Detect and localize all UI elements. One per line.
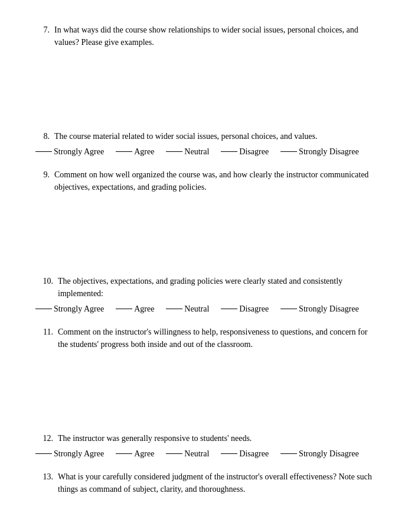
q8-option-disagree[interactable]: Disagree xyxy=(221,147,269,157)
q10-number: 10. xyxy=(35,275,53,300)
q11-number: 11. xyxy=(35,326,53,351)
q8-number: 8. xyxy=(35,130,50,142)
q9-text: Comment on how well organized the course… xyxy=(54,168,376,193)
q12-line-strongly-disagree xyxy=(280,453,297,454)
q7-response-space xyxy=(35,53,376,118)
question-13: 13. What is your carefully considered ju… xyxy=(35,471,376,532)
question-8: 8. The course material related to wider … xyxy=(35,130,376,157)
q12-option-agree[interactable]: Agree xyxy=(116,449,154,459)
q8-option-agree[interactable]: Agree xyxy=(116,147,154,157)
q8-label-strongly-agree: Strongly Agree xyxy=(54,147,104,157)
q8-option-strongly-disagree[interactable]: Strongly Disagree xyxy=(280,147,358,157)
q8-label-neutral: Neutral xyxy=(184,147,209,157)
q10-option-strongly-disagree[interactable]: Strongly Disagree xyxy=(280,304,358,314)
question-9: 9. Comment on how well organized the cou… xyxy=(35,168,376,263)
q12-label-strongly-agree: Strongly Agree xyxy=(54,449,104,459)
q11-response-space xyxy=(35,355,376,420)
q10-line-strongly-agree xyxy=(35,309,52,309)
q12-line-neutral xyxy=(166,453,182,454)
q12-option-neutral[interactable]: Neutral xyxy=(166,449,209,459)
q12-number: 12. xyxy=(35,432,53,445)
q10-line-neutral xyxy=(166,309,182,309)
q13-text: What is your carefully considered judgme… xyxy=(58,471,376,495)
q12-line-disagree xyxy=(221,453,237,454)
q10-text: The objectives, expectations, and gradin… xyxy=(58,275,376,300)
q7-number: 7. xyxy=(35,24,50,48)
q8-label-strongly-disagree: Strongly Disagree xyxy=(299,147,358,157)
q10-label-disagree: Disagree xyxy=(239,304,269,314)
q12-option-strongly-disagree[interactable]: Strongly Disagree xyxy=(280,449,358,459)
q8-line-agree xyxy=(116,151,132,152)
q10-answer-row: Strongly Agree Agree Neutral Disagree St… xyxy=(35,304,376,314)
q13-number: 13. xyxy=(35,471,53,495)
q11-text: Comment on the instructor's willingness … xyxy=(58,326,376,351)
q12-label-neutral: Neutral xyxy=(184,449,209,459)
q8-option-neutral[interactable]: Neutral xyxy=(166,147,209,157)
q8-line-disagree xyxy=(221,151,237,152)
q8-line-strongly-disagree xyxy=(280,151,297,152)
q12-answer-row: Strongly Agree Agree Neutral Disagree St… xyxy=(35,449,376,459)
q9-number: 9. xyxy=(35,168,50,193)
q8-text: The course material related to wider soc… xyxy=(54,130,376,142)
q8-option-strongly-agree[interactable]: Strongly Agree xyxy=(35,147,104,157)
q8-label-disagree: Disagree xyxy=(239,147,269,157)
q10-label-neutral: Neutral xyxy=(184,304,209,314)
question-10: 10. The objectives, expectations, and gr… xyxy=(35,275,376,314)
q12-label-disagree: Disagree xyxy=(239,449,269,459)
q12-line-strongly-agree xyxy=(35,453,52,454)
q10-option-strongly-agree[interactable]: Strongly Agree xyxy=(35,304,104,314)
question-12: 12. The instructor was generally respons… xyxy=(35,432,376,459)
q8-label-agree: Agree xyxy=(134,147,154,157)
q10-option-agree[interactable]: Agree xyxy=(116,304,154,314)
q8-line-neutral xyxy=(166,151,182,152)
q10-option-neutral[interactable]: Neutral xyxy=(166,304,209,314)
q10-option-disagree[interactable]: Disagree xyxy=(221,304,269,314)
q8-answer-row: Strongly Agree Agree Neutral Disagree St… xyxy=(35,147,376,157)
q13-response-space xyxy=(35,500,376,532)
question-7: 7. In what ways did the course show rela… xyxy=(35,24,376,118)
q12-option-strongly-agree[interactable]: Strongly Agree xyxy=(35,449,104,459)
q10-line-disagree xyxy=(221,309,237,309)
q12-label-agree: Agree xyxy=(134,449,154,459)
q10-label-strongly-disagree: Strongly Disagree xyxy=(299,304,358,314)
q10-line-strongly-disagree xyxy=(280,309,297,309)
q12-text: The instructor was generally responsive … xyxy=(58,432,376,445)
q12-line-agree xyxy=(116,453,132,454)
q10-label-strongly-agree: Strongly Agree xyxy=(54,304,104,314)
q12-label-strongly-disagree: Strongly Disagree xyxy=(299,449,358,459)
q12-option-disagree[interactable]: Disagree xyxy=(221,449,269,459)
q9-response-space xyxy=(35,198,376,263)
survey-form: 7. In what ways did the course show rela… xyxy=(35,24,376,532)
q10-label-agree: Agree xyxy=(134,304,154,314)
q8-line-strongly-agree xyxy=(35,151,52,152)
q10-line-agree xyxy=(116,309,132,309)
q7-text: In what ways did the course show relatio… xyxy=(54,24,376,48)
question-11: 11. Comment on the instructor's willingn… xyxy=(35,326,376,420)
